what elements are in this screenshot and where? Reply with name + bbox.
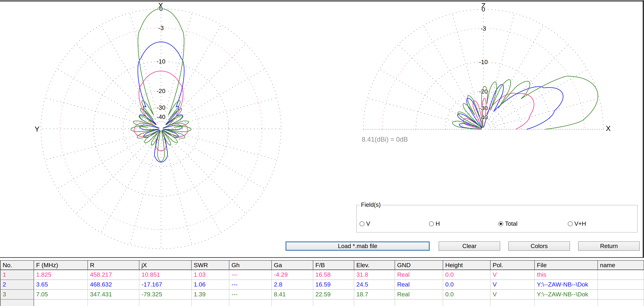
return-button[interactable]: Return xyxy=(578,242,640,251)
table-cell[interactable]: --- xyxy=(229,270,272,280)
table-cell[interactable]: 468.632 xyxy=(88,280,139,290)
table-cell[interactable] xyxy=(598,300,644,306)
ring-label: -40 xyxy=(156,114,165,120)
table-cell[interactable] xyxy=(192,300,229,306)
column-header-elev-: Elev. xyxy=(354,260,395,270)
load-mab-file-button[interactable]: Load *.mab file xyxy=(286,242,430,251)
table-cell[interactable]: Y:\--ZAW-NB--\Dok xyxy=(535,290,598,300)
table-cell[interactable]: 16.59 xyxy=(313,280,354,290)
radio-circle-icon[interactable] xyxy=(429,222,434,226)
column-header-swr: SWR xyxy=(192,260,229,270)
clear-button[interactable]: Clear xyxy=(439,242,500,251)
table-cell[interactable]: 18.7 xyxy=(354,290,395,300)
grid-spoke xyxy=(452,14,482,122)
elevation-x-axis-label: X xyxy=(606,124,611,132)
table-cell[interactable]: -4.29 xyxy=(272,270,313,280)
table-cell[interactable]: 7.05 xyxy=(34,290,88,300)
table-cell[interactable]: 1.03 xyxy=(192,270,229,280)
table-cell[interactable] xyxy=(443,300,490,306)
table-cell[interactable]: Y:\--ZAW-NB--\Dok xyxy=(535,280,598,290)
ring-label: -3 xyxy=(481,25,486,32)
table-cell[interactable]: 22.59 xyxy=(313,290,354,300)
table-cell[interactable]: 1.39 xyxy=(192,290,229,300)
grid-spoke xyxy=(164,25,221,123)
table-body: 11.825458.21710.8511.03----4.2916.5831.8… xyxy=(0,270,644,306)
radio-option-h[interactable]: H xyxy=(429,220,440,227)
table-cell[interactable]: V xyxy=(490,290,535,300)
table-cell[interactable]: Real xyxy=(395,290,443,300)
ring-label: -30 xyxy=(156,104,165,111)
table-cell[interactable]: 10.851 xyxy=(139,270,192,280)
table-cell[interactable]: 2.8 xyxy=(272,280,313,290)
azimuth-pattern-7.05MHz xyxy=(131,9,191,162)
table-cell[interactable] xyxy=(598,270,644,280)
column-header-pol-: Pol. xyxy=(490,260,535,270)
table-cell[interactable]: 24.5 xyxy=(354,280,395,290)
row-header-cell[interactable]: 3 xyxy=(0,290,34,300)
ring-label: -3 xyxy=(158,24,164,31)
table-cell[interactable]: V xyxy=(490,280,535,290)
table-cell[interactable]: 0.0 xyxy=(443,290,490,300)
table-cell[interactable]: 3.65 xyxy=(34,280,88,290)
table-cell[interactable]: --- xyxy=(229,280,272,290)
azimuth-y-axis-label: Y xyxy=(35,125,40,133)
table-cell[interactable]: this xyxy=(535,270,598,280)
grid-spoke xyxy=(57,132,155,189)
table-cell[interactable]: -17.167 xyxy=(139,280,192,290)
radio-circle-icon[interactable] xyxy=(498,222,503,226)
table-cell[interactable] xyxy=(598,290,644,300)
table-cell[interactable] xyxy=(88,300,139,306)
table-cell[interactable] xyxy=(598,280,644,290)
table-cell[interactable]: Real xyxy=(395,270,443,280)
table-cell[interactable] xyxy=(34,300,88,306)
radio-option-total[interactable]: Total xyxy=(498,220,518,227)
table-cell[interactable]: --- xyxy=(229,290,272,300)
table-cell[interactable]: 1.825 xyxy=(34,270,88,280)
table-cell[interactable] xyxy=(490,300,535,306)
colors-button[interactable]: Colors xyxy=(508,242,570,251)
radio-option-v[interactable]: V xyxy=(360,220,370,227)
results-table: No.F (MHz)RjXSWRGhGaF/BElev.GNDHeightPol… xyxy=(0,257,644,306)
table-cell[interactable]: 31.8 xyxy=(354,270,395,280)
grid-spoke xyxy=(164,135,221,233)
table-cell[interactable] xyxy=(272,300,313,306)
table-cell[interactable]: 0.0 xyxy=(443,270,490,280)
column-header-name: name xyxy=(598,260,644,270)
grid-spoke xyxy=(76,44,156,124)
table-cell[interactable]: 0.0 xyxy=(443,280,490,290)
radio-label-v: V xyxy=(366,220,370,227)
table-cell[interactable] xyxy=(229,300,272,306)
radio-circle-icon[interactable] xyxy=(360,222,364,226)
column-header-gnd: GND xyxy=(395,260,443,270)
azimuth-plot xyxy=(41,9,281,249)
table-cell[interactable]: -79.325 xyxy=(139,290,192,300)
table-cell[interactable] xyxy=(535,300,598,306)
table-cell[interactable]: 458.217 xyxy=(88,270,139,280)
row-header-cell[interactable] xyxy=(0,300,34,306)
table-cell[interactable] xyxy=(395,300,443,306)
table-cell[interactable] xyxy=(139,300,192,306)
radio-circle-icon[interactable] xyxy=(568,222,572,226)
table-cell[interactable] xyxy=(313,300,354,306)
table-row[interactable]: 11.825458.21710.8511.03----4.2916.5831.8… xyxy=(0,270,644,280)
table-cell[interactable]: 8.41 xyxy=(272,290,313,300)
table-row[interactable]: 37.05347.431-79.3251.39---8.4122.5918.7R… xyxy=(0,290,644,300)
table-cell[interactable]: Real xyxy=(395,280,443,290)
row-header-cell[interactable]: 2 xyxy=(0,280,34,290)
row-header-cell[interactable]: 1 xyxy=(0,270,34,280)
column-header-height: Height xyxy=(443,260,490,270)
grid-spoke xyxy=(380,70,477,126)
table-cell[interactable]: 16.58 xyxy=(313,270,354,280)
radio-option-v-plus-h[interactable]: V+H xyxy=(568,220,586,227)
table-cell[interactable]: 347.431 xyxy=(88,290,139,300)
table-row[interactable]: 23.65468.632-17.1671.06---2.816.5924.5Re… xyxy=(0,280,644,290)
table-row[interactable] xyxy=(0,300,644,306)
column-header-no-: No. xyxy=(0,260,34,270)
ring-label: -20 xyxy=(156,88,165,94)
table-cell[interactable]: V xyxy=(490,270,535,280)
grid-ring xyxy=(94,61,228,196)
grid-spoke xyxy=(45,98,154,127)
table-cell[interactable] xyxy=(354,300,395,306)
table-cell[interactable]: 1.06 xyxy=(192,280,229,290)
grid-spoke xyxy=(101,135,158,233)
